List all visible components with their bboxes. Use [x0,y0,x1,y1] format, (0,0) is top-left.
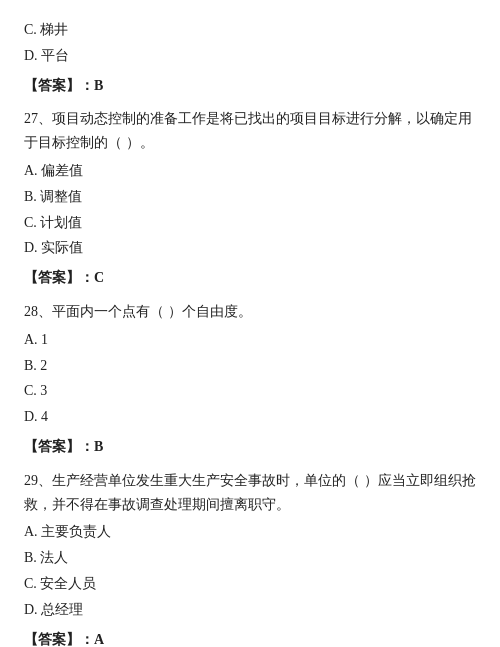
q29-option-b: B. 法人 [24,546,476,570]
q28-option-a: A. 1 [24,328,476,352]
q27-option-b: B. 调整值 [24,185,476,209]
q29-option-d: D. 总经理 [24,598,476,622]
answer-27: 【答案】：C [24,266,476,290]
q27-option-c: C. 计划值 [24,211,476,235]
question-29-block: 29、生产经营单位发生重大生产安全事故时，单位的（ ）应当立即组织抢救，并不得在… [24,469,476,622]
q29-option-a: A. 主要负责人 [24,520,476,544]
previous-options-end: C. 梯井 D. 平台 [24,18,476,68]
answer-28: 【答案】：B [24,435,476,459]
question-28-block: 28、平面内一个点有（ ）个自由度。 A. 1 B. 2 C. 3 D. 4 [24,300,476,429]
option-d-prev: D. 平台 [24,44,476,68]
q27-option-a: A. 偏差值 [24,159,476,183]
q29-option-c: C. 安全人员 [24,572,476,596]
option-c-prev: C. 梯井 [24,18,476,42]
question-27-block: 27、项目动态控制的准备工作是将已找出的项目目标进行分解，以确定用于目标控制的（… [24,107,476,260]
answer-29: 【答案】：A [24,628,476,647]
question-29-text: 29、生产经营单位发生重大生产安全事故时，单位的（ ）应当立即组织抢救，并不得在… [24,469,476,517]
answer-prev: 【答案】：B [24,74,476,98]
q28-option-d: D. 4 [24,405,476,429]
question-27-text: 27、项目动态控制的准备工作是将已找出的项目目标进行分解，以确定用于目标控制的（… [24,107,476,155]
question-28-text: 28、平面内一个点有（ ）个自由度。 [24,300,476,324]
q27-option-d: D. 实际值 [24,236,476,260]
q28-option-c: C. 3 [24,379,476,403]
q28-option-b: B. 2 [24,354,476,378]
